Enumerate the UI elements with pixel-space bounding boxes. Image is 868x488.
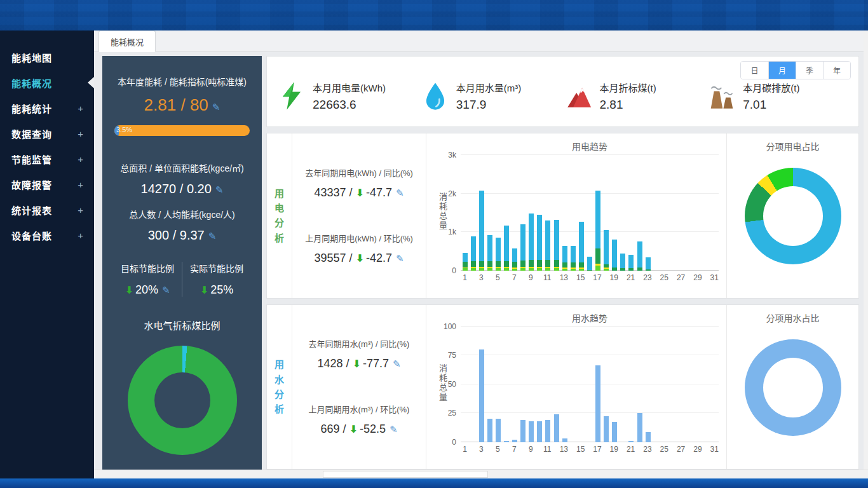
- period-button[interactable]: 日: [741, 62, 768, 79]
- edit-pencil-icon[interactable]: ✎: [162, 285, 170, 295]
- bar-day-31[interactable]: [710, 155, 719, 271]
- expand-plus-icon[interactable]: +: [78, 154, 84, 165]
- bar-day-16[interactable]: [585, 155, 593, 271]
- bar-day-27[interactable]: [677, 327, 685, 442]
- bar-day-6[interactable]: [502, 327, 510, 442]
- bar-day-11[interactable]: [544, 155, 552, 271]
- bar-day-6[interactable]: [502, 155, 510, 271]
- bar-day-18[interactable]: [602, 155, 611, 271]
- bar-day-8[interactable]: [519, 155, 527, 271]
- sidebar-item[interactable]: 统计报表+: [0, 197, 94, 222]
- sidebar-item[interactable]: 能耗地图: [0, 44, 94, 70]
- bar-day-3[interactable]: [477, 327, 485, 442]
- bar-day-13[interactable]: [560, 155, 569, 271]
- bar-day-8[interactable]: [519, 327, 527, 442]
- bar-day-3[interactable]: [477, 155, 485, 271]
- water-share-donut-chart[interactable]: [745, 339, 841, 436]
- bar-day-24[interactable]: [652, 327, 660, 442]
- period-button[interactable]: 年: [823, 62, 850, 79]
- sidebar-item[interactable]: 设备台账+: [0, 222, 94, 248]
- bar-day-31[interactable]: [710, 327, 719, 442]
- bar-day-12[interactable]: [552, 155, 560, 271]
- bar-day-9[interactable]: [527, 327, 536, 442]
- bar-day-17[interactable]: [594, 327, 602, 442]
- vertical-scrollbar[interactable]: [864, 30, 868, 470]
- bar-day-23[interactable]: [644, 327, 652, 442]
- bar-day-21[interactable]: [627, 327, 635, 442]
- seg-lime-segment: [512, 269, 517, 271]
- bar-day-7[interactable]: [511, 155, 519, 271]
- edit-pencil-icon[interactable]: ✎: [212, 102, 220, 112]
- bar-day-4[interactable]: [485, 327, 494, 442]
- horizontal-scrollbar-thumb[interactable]: [323, 471, 488, 478]
- bar-day-5[interactable]: [494, 155, 502, 271]
- bar-day-25[interactable]: [660, 327, 668, 442]
- bar-day-5[interactable]: [494, 327, 502, 442]
- bar-day-14[interactable]: [569, 155, 577, 271]
- bar-day-10[interactable]: [536, 327, 544, 442]
- seg-lime-segment: [479, 268, 484, 271]
- bar-day-7[interactable]: [511, 327, 519, 442]
- bar-day-26[interactable]: [668, 155, 677, 271]
- tab-energy-overview[interactable]: 能耗概况: [98, 30, 156, 52]
- bar-day-2[interactable]: [469, 155, 477, 271]
- sidebar-item[interactable]: 数据查询+: [0, 121, 94, 146]
- sidebar-item-label: 统计报表: [11, 203, 52, 217]
- bar-day-9[interactable]: [527, 155, 536, 271]
- bar-day-20[interactable]: [619, 327, 627, 442]
- bar-day-24[interactable]: [652, 155, 660, 271]
- bar-day-29[interactable]: [694, 327, 702, 442]
- expand-plus-icon[interactable]: +: [78, 205, 84, 215]
- edit-pencil-icon[interactable]: ✎: [208, 231, 217, 241]
- bar-day-14[interactable]: [569, 327, 577, 442]
- bar-day-11[interactable]: [544, 327, 552, 442]
- expand-plus-icon[interactable]: +: [78, 179, 84, 190]
- bar-day-30[interactable]: [702, 327, 710, 442]
- desktop-top-band: [0, 0, 868, 30]
- period-button[interactable]: 季: [796, 62, 823, 79]
- bar-day-17[interactable]: [594, 155, 602, 271]
- y-axis-tick-label: 25: [448, 409, 456, 417]
- sidebar-item[interactable]: 能耗统计+: [0, 95, 94, 121]
- period-button[interactable]: 月: [768, 62, 796, 79]
- seg-green-segment: [562, 262, 567, 268]
- bar-day-30[interactable]: [702, 155, 710, 271]
- sidebar-item[interactable]: 能耗概况: [0, 70, 94, 95]
- edit-pencil-icon[interactable]: ✎: [396, 253, 404, 264]
- expand-plus-icon[interactable]: +: [78, 103, 84, 114]
- bar-day-16[interactable]: [585, 327, 593, 442]
- bar-day-15[interactable]: [577, 327, 585, 442]
- sidebar-item[interactable]: 故障报警+: [0, 172, 94, 197]
- bar-day-26[interactable]: [668, 327, 677, 442]
- bar-day-29[interactable]: [694, 155, 702, 271]
- edit-pencil-icon[interactable]: ✎: [215, 184, 224, 195]
- bar-day-15[interactable]: [577, 155, 585, 271]
- bar-day-28[interactable]: [686, 155, 694, 271]
- bar-day-10[interactable]: [536, 155, 544, 271]
- sidebar-item[interactable]: 节能监管+: [0, 146, 94, 172]
- bar-day-19[interactable]: [611, 327, 619, 442]
- bar-day-22[interactable]: [635, 327, 644, 442]
- edit-pencil-icon[interactable]: ✎: [396, 187, 404, 198]
- bar-day-19[interactable]: [611, 155, 619, 271]
- bar-day-22[interactable]: [635, 155, 644, 271]
- bar-day-18[interactable]: [602, 327, 611, 442]
- bar-day-1[interactable]: [461, 155, 469, 271]
- edit-pencil-icon[interactable]: ✎: [390, 424, 398, 435]
- expand-plus-icon[interactable]: +: [78, 128, 84, 139]
- bar-day-1[interactable]: [461, 327, 469, 442]
- bar-day-25[interactable]: [660, 155, 668, 271]
- edit-pencil-icon[interactable]: ✎: [393, 358, 401, 369]
- bar-day-27[interactable]: [677, 155, 685, 271]
- bar-day-2[interactable]: [469, 327, 477, 442]
- energy-ratio-donut-chart[interactable]: [128, 346, 237, 455]
- bar-day-20[interactable]: [619, 155, 627, 271]
- bar-day-23[interactable]: [644, 155, 652, 271]
- bar-day-28[interactable]: [686, 327, 694, 442]
- bar-day-13[interactable]: [560, 327, 569, 442]
- expand-plus-icon[interactable]: +: [78, 230, 84, 241]
- bar-day-4[interactable]: [485, 155, 494, 271]
- bar-day-21[interactable]: [627, 155, 635, 271]
- electricity-share-donut-chart[interactable]: [745, 168, 841, 264]
- bar-day-12[interactable]: [552, 327, 560, 442]
